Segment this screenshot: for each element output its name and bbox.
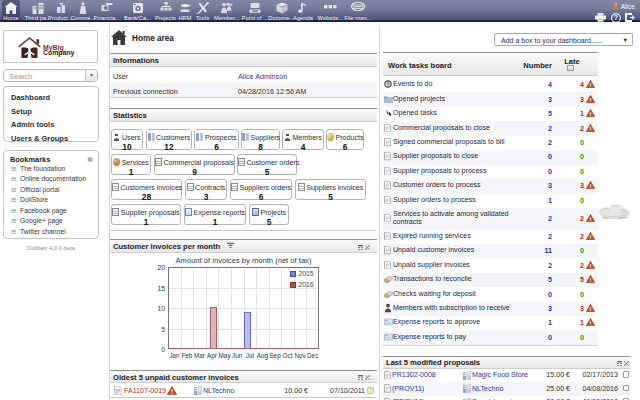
- svg-text:!: !: [590, 262, 592, 268]
- svg-text:!: !: [590, 216, 592, 222]
- svg-text:!: !: [590, 320, 592, 326]
- svg-text:!: !: [590, 125, 592, 131]
- svg-text:!: !: [590, 234, 592, 240]
- svg-text:!: !: [590, 111, 592, 117]
- svg-text:!: !: [590, 183, 592, 189]
- svg-text:!: !: [170, 387, 172, 394]
- svg-text:?: ?: [614, 14, 618, 21]
- svg-text:!: !: [590, 277, 592, 283]
- svg-text:!: !: [590, 96, 592, 102]
- svg-text:!: !: [590, 82, 592, 88]
- svg-text:!: !: [590, 306, 592, 312]
